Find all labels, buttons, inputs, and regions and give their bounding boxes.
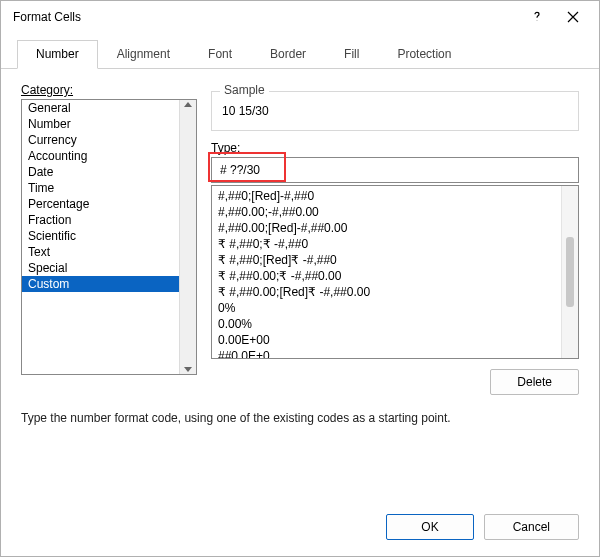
category-item[interactable]: Accounting: [22, 148, 179, 164]
sample-value: 10 15/30: [222, 100, 568, 118]
scroll-up-icon[interactable]: [184, 102, 192, 107]
scroll-down-icon[interactable]: [184, 367, 192, 372]
tab-bar: NumberAlignmentFontBorderFillProtection: [1, 33, 599, 69]
format-listbox[interactable]: #,##0;[Red]-#,##0#,##0.00;-#,##0.00#,##0…: [211, 185, 579, 359]
delete-button[interactable]: Delete: [490, 369, 579, 395]
titlebar: Format Cells: [1, 1, 599, 33]
category-listbox[interactable]: GeneralNumberCurrencyAccountingDateTimeP…: [21, 99, 197, 375]
format-item[interactable]: ##0.0E+0: [218, 348, 555, 358]
category-item[interactable]: Percentage: [22, 196, 179, 212]
hint-text: Type the number format code, using one o…: [21, 411, 579, 425]
category-item[interactable]: Custom: [22, 276, 179, 292]
ok-button[interactable]: OK: [386, 514, 473, 540]
format-item[interactable]: 0.00%: [218, 316, 555, 332]
format-item[interactable]: ₹ #,##0;₹ -#,##0: [218, 236, 555, 252]
category-item[interactable]: Time: [22, 180, 179, 196]
tab-number[interactable]: Number: [17, 40, 98, 69]
category-item[interactable]: General: [22, 100, 179, 116]
category-item[interactable]: Text: [22, 244, 179, 260]
category-label: Category:: [21, 83, 197, 97]
format-item[interactable]: 0%: [218, 300, 555, 316]
tab-font[interactable]: Font: [189, 40, 251, 69]
type-input[interactable]: [211, 157, 579, 183]
tab-alignment[interactable]: Alignment: [98, 40, 189, 69]
category-item[interactable]: Scientific: [22, 228, 179, 244]
format-item[interactable]: 0.00E+00: [218, 332, 555, 348]
sample-label: Sample: [220, 83, 269, 97]
scroll-thumb[interactable]: [566, 237, 574, 307]
format-item[interactable]: ₹ #,##0.00;[Red]₹ -#,##0.00: [218, 284, 555, 300]
help-button[interactable]: [519, 3, 555, 31]
format-item[interactable]: #,##0.00;[Red]-#,##0.00: [218, 220, 555, 236]
category-item[interactable]: Date: [22, 164, 179, 180]
format-item[interactable]: #,##0;[Red]-#,##0: [218, 188, 555, 204]
dialog-footer: OK Cancel: [1, 502, 599, 556]
category-scrollbar[interactable]: [179, 100, 196, 374]
category-item[interactable]: Number: [22, 116, 179, 132]
format-cells-dialog: Format Cells NumberAlignmentFontBorderFi…: [0, 0, 600, 557]
tab-fill[interactable]: Fill: [325, 40, 378, 69]
format-item[interactable]: ₹ #,##0.00;₹ -#,##0.00: [218, 268, 555, 284]
tab-protection[interactable]: Protection: [378, 40, 470, 69]
format-item[interactable]: #,##0.00;-#,##0.00: [218, 204, 555, 220]
window-title: Format Cells: [13, 10, 519, 24]
category-item[interactable]: Fraction: [22, 212, 179, 228]
sample-group: Sample 10 15/30: [211, 91, 579, 131]
cancel-button[interactable]: Cancel: [484, 514, 579, 540]
close-button[interactable]: [555, 3, 591, 31]
content-area: Category: GeneralNumberCurrencyAccountin…: [1, 69, 599, 502]
category-item[interactable]: Special: [22, 260, 179, 276]
format-scrollbar[interactable]: [561, 186, 578, 358]
tab-border[interactable]: Border: [251, 40, 325, 69]
type-label: Type:: [211, 141, 579, 155]
format-item[interactable]: ₹ #,##0;[Red]₹ -#,##0: [218, 252, 555, 268]
category-item[interactable]: Currency: [22, 132, 179, 148]
